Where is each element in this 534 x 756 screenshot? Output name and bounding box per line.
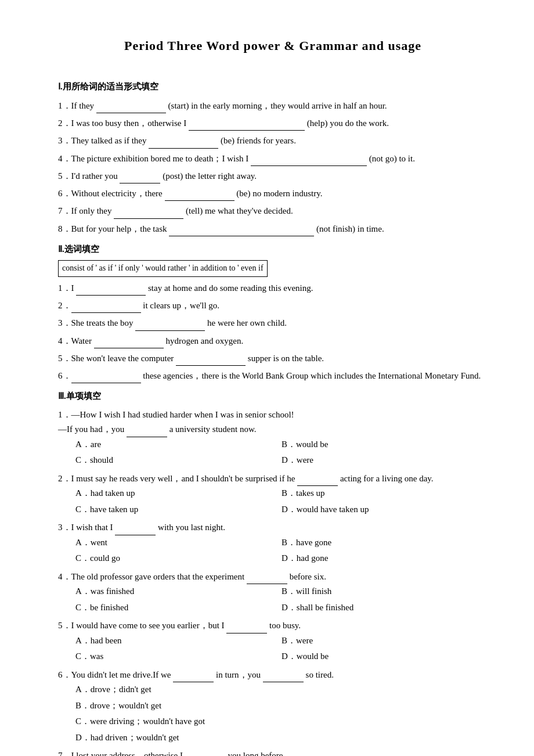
opt-2-c: C．have taken up (75, 502, 282, 517)
opt-5-a: A．had been (75, 633, 282, 649)
q2-2: 2． it clears up，we'll go. (58, 298, 488, 313)
q1-6: 6．Without electricity，there (be) no mode… (58, 186, 488, 201)
opt-6-b: B．drove；wouldn't get (75, 699, 488, 714)
q3-1: 1．—How I wish I had studied harder when … (58, 408, 488, 468)
section3: Ⅲ.单项填空 1．—How I wish I had studied harde… (58, 389, 488, 756)
q3-2: 2．I must say he reads very well，and I sh… (58, 471, 488, 517)
q1-4: 4．The picture exhibition bored me to dea… (58, 151, 488, 166)
q2-4: 4．Water hydrogen and oxygen. (58, 333, 488, 348)
q1-1: 1．If they (start) in the early morning，t… (58, 98, 488, 113)
blank-2-3 (135, 321, 205, 331)
opt-1-c: C．should (75, 453, 282, 468)
q2-1: 1．I stay at home and do some reading thi… (58, 280, 488, 296)
section2-wordbox: consist of ' as if ' if only ' would rat… (58, 260, 268, 276)
opt-4-d: D．shall be finished (282, 600, 488, 615)
blank-3-6a (173, 672, 214, 682)
opt-2-d: D．would have taken up (282, 502, 488, 517)
section2: Ⅱ.选词填空 consist of ' as if ' if only ' wo… (58, 242, 488, 383)
blank-3-3 (115, 525, 156, 535)
q1-7: 7．If only they (tell) me what they've de… (58, 203, 488, 218)
opt-4-a: A．was finished (75, 584, 282, 599)
opt-6-c: C．were driving；wouldn't have got (75, 714, 488, 729)
opt-1-b: B．would be (282, 437, 488, 452)
q2-3: 3．She treats the boy he were her own chi… (58, 315, 488, 330)
blank-2-1 (76, 285, 146, 296)
blank-2-4 (94, 338, 164, 348)
blank-2-5 (176, 355, 246, 366)
opt-5-d: D．would be (282, 649, 488, 664)
opt-3-a: A．went (75, 535, 282, 550)
section1: Ⅰ.用所给词的适当形式填空 1．If they (start) in the e… (58, 80, 488, 236)
opt-3-b: B．have gone (282, 535, 488, 550)
opt-2-b: B．takes up (282, 486, 488, 501)
blank-3-2 (297, 476, 338, 486)
opt-6-a: A．drove；didn't get (75, 682, 488, 697)
q3-5: 5．I would have come to see you earlier，b… (58, 618, 488, 664)
section3-questions: 1．—How I wish I had studied harder when … (58, 408, 488, 756)
section1-questions: 1．If they (start) in the early morning，t… (58, 98, 488, 236)
q3-6: 6．You didn't let me drive.If we in turn，… (58, 668, 488, 746)
opt-4-b: B．will finish (282, 584, 488, 599)
q1-3: 3．They talked as if they (be) friends fo… (58, 133, 488, 148)
blank-1-1 (96, 103, 166, 113)
section2-header: Ⅱ.选词填空 (58, 242, 488, 257)
blank-1-2 (189, 120, 305, 131)
q2-6: 6． these agencies，there is the World Ban… (58, 368, 488, 383)
blank-1-3 (149, 138, 218, 149)
opt-6-d: D．had driven；wouldn't get (75, 730, 488, 746)
blank-1-8 (169, 226, 314, 236)
blank-3-4 (247, 574, 287, 584)
q3-3: 3．I wish that I with you last night. A．w… (58, 520, 488, 566)
blank-3-7 (185, 753, 226, 756)
opt-5-b: B．were (282, 633, 488, 649)
q1-8: 8．But for your help，the task (not finish… (58, 221, 488, 236)
opt-3-c: C．could go (75, 551, 282, 566)
opt-1-d: D．were (282, 453, 488, 468)
q3-4: 4．The old professor gave orders that the… (58, 570, 488, 615)
opt-2-a: A．had taken up (75, 486, 282, 501)
q3-7: 7．I lost your address，otherwise I you lo… (58, 748, 488, 756)
opt-3-d: D．had gone (282, 551, 488, 566)
q2-5: 5．She won't leave the computer supper is… (58, 351, 488, 366)
blank-1-7 (114, 208, 183, 219)
section3-header: Ⅲ.单项填空 (58, 389, 488, 404)
blank-2-6 (71, 373, 141, 383)
blank-3-6b (263, 672, 304, 682)
blank-2-2 (71, 303, 141, 313)
opt-1-a: A．are (75, 437, 282, 452)
section1-header: Ⅰ.用所给词的适当形式填空 (58, 80, 488, 95)
opt-4-c: C．be finished (75, 600, 282, 615)
blank-3-5 (226, 623, 267, 633)
q1-2: 2．I was too busy then，otherwise I (help)… (58, 116, 488, 131)
blank-1-6 (165, 190, 234, 201)
q1-5: 5．I'd rather you (post) the letter right… (58, 168, 488, 183)
blank-3-1 (127, 427, 167, 437)
section2-questions: 1．I stay at home and do some reading thi… (58, 280, 488, 384)
page-title: Period Three Word power & Grammar and us… (58, 35, 488, 56)
blank-1-5 (120, 173, 160, 183)
opt-5-c: C．was (75, 649, 282, 664)
blank-1-4 (251, 156, 367, 166)
